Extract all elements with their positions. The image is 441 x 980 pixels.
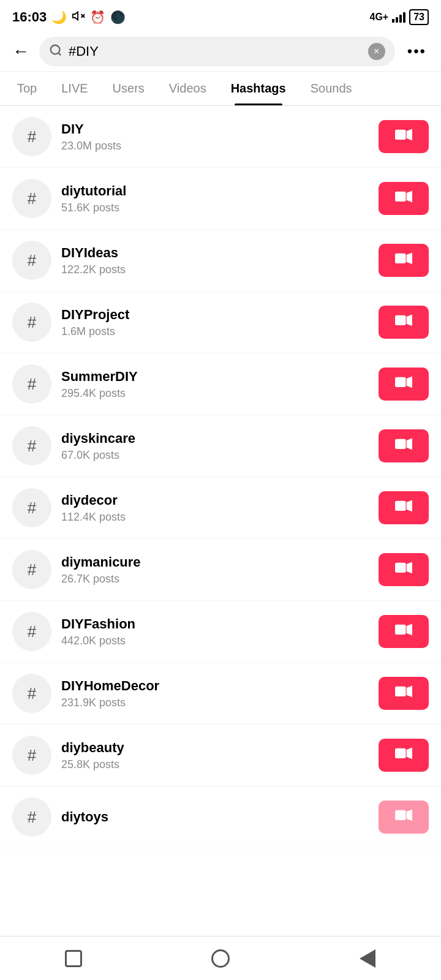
hashtag-info: DIY 23.0M posts	[61, 121, 369, 153]
svg-marker-19	[407, 562, 412, 573]
tabs-bar: Top LIVE Users Videos Hashtags Sounds	[0, 72, 441, 106]
hashtag-name: DIYProject	[61, 307, 369, 323]
status-time: 16:03 🌙 ⏰ 🌑	[12, 9, 126, 26]
svg-marker-15	[407, 438, 412, 450]
hashtag-info: diyskincare 67.0K posts	[61, 431, 369, 462]
svg-rect-18	[395, 562, 406, 572]
hashtag-avatar: #	[12, 364, 51, 404]
svg-marker-23	[407, 685, 412, 697]
search-query: #DIY	[69, 43, 362, 59]
list-item[interactable]: # diymanicure 26.7K posts	[0, 539, 441, 601]
hashtag-info: diydecor 112.4K posts	[61, 492, 369, 524]
svg-marker-25	[407, 747, 412, 759]
video-button[interactable]	[379, 182, 429, 215]
list-item[interactable]: # DIY 23.0M posts	[0, 106, 441, 168]
hashtag-info: DIYHomeDecor 231.9K posts	[61, 678, 369, 709]
bottom-nav	[0, 936, 441, 980]
video-button[interactable]	[379, 306, 429, 339]
svg-rect-22	[395, 686, 406, 696]
video-button[interactable]	[379, 244, 429, 277]
video-button[interactable]	[379, 739, 429, 772]
video-button[interactable]	[379, 553, 429, 586]
more-button[interactable]: •••	[402, 43, 431, 60]
list-item[interactable]: # DIYFashion 442.0K posts	[0, 601, 441, 663]
list-item[interactable]: # diytutorial 51.6K posts	[0, 168, 441, 230]
alarm-icon: ⏰	[90, 10, 105, 24]
video-button[interactable]	[379, 120, 429, 153]
camera-icon	[395, 437, 412, 456]
svg-marker-13	[407, 376, 412, 388]
svg-rect-16	[395, 500, 406, 510]
video-button[interactable]	[379, 615, 429, 648]
svg-rect-8	[395, 253, 406, 263]
hashtag-avatar: #	[12, 241, 51, 280]
hashtag-name: DIYIdeas	[61, 245, 369, 261]
svg-marker-5	[407, 129, 412, 140]
camera-icon	[395, 684, 412, 703]
circle-icon	[211, 949, 230, 968]
camera-icon	[395, 313, 412, 332]
search-icon	[49, 43, 62, 60]
svg-marker-17	[407, 500, 412, 511]
signal-icon	[392, 12, 405, 23]
svg-point-2	[51, 45, 60, 54]
clear-button[interactable]: ×	[368, 43, 385, 60]
hashtag-posts: 1.6M posts	[61, 325, 369, 338]
tab-users[interactable]: Users	[100, 72, 157, 105]
video-button[interactable]	[379, 801, 429, 834]
search-input-wrapper[interactable]: #DIY ×	[39, 37, 395, 66]
svg-rect-24	[395, 748, 406, 758]
video-button[interactable]	[379, 368, 429, 401]
nav-back-button[interactable]	[353, 944, 382, 973]
list-item[interactable]: # SummerDIY 295.4K posts	[0, 353, 441, 415]
tab-live[interactable]: LIVE	[49, 72, 100, 105]
camera-icon	[395, 251, 412, 270]
dark-mode-icon: 🌑	[110, 10, 126, 24]
camera-icon	[395, 499, 412, 518]
battery-level: 73	[413, 12, 424, 22]
tab-sounds[interactable]: Sounds	[298, 72, 364, 105]
svg-marker-7	[407, 190, 412, 202]
hashtag-info: diymanicure 26.7K posts	[61, 554, 369, 586]
hashtag-avatar: #	[12, 303, 51, 342]
nav-square-button[interactable]	[59, 944, 88, 973]
list-item[interactable]: # diytoys	[0, 786, 441, 848]
tab-hashtags[interactable]: Hashtags	[219, 72, 298, 105]
svg-marker-9	[407, 252, 412, 264]
hashtag-posts: 112.4K posts	[61, 511, 369, 524]
svg-rect-10	[395, 315, 406, 325]
status-bar: 16:03 🌙 ⏰ 🌑 4G+ 73	[0, 0, 441, 32]
video-button[interactable]	[379, 677, 429, 710]
svg-marker-11	[407, 314, 412, 326]
back-button[interactable]: ←	[10, 42, 32, 61]
tab-videos[interactable]: Videos	[157, 72, 219, 105]
video-button[interactable]	[379, 491, 429, 524]
triangle-icon	[360, 949, 375, 968]
hashtag-posts: 23.0M posts	[61, 140, 369, 153]
list-item[interactable]: # diydecor 112.4K posts	[0, 477, 441, 539]
video-button[interactable]	[379, 429, 429, 462]
hashtag-name: DIYFashion	[61, 616, 369, 632]
hashtag-posts: 25.8K posts	[61, 758, 369, 771]
hashtag-info: diybeauty 25.8K posts	[61, 740, 369, 771]
list-item[interactable]: # DIYHomeDecor 231.9K posts	[0, 663, 441, 725]
camera-icon	[395, 746, 412, 765]
hashtag-posts: 26.7K posts	[61, 573, 369, 586]
search-bar: ← #DIY × •••	[0, 32, 441, 72]
camera-icon	[395, 560, 412, 579]
hashtag-info: DIYIdeas 122.2K posts	[61, 245, 369, 276]
hashtag-name: diybeauty	[61, 740, 369, 756]
hashtag-avatar: #	[12, 117, 51, 156]
list-item[interactable]: # DIYProject 1.6M posts	[0, 292, 441, 353]
nav-circle-button[interactable]	[206, 944, 235, 973]
hashtag-info: DIYProject 1.6M posts	[61, 307, 369, 338]
hashtag-name: diymanicure	[61, 554, 369, 570]
hashtag-info: diytoys	[61, 809, 369, 825]
camera-icon	[395, 127, 412, 146]
list-item[interactable]: # diyskincare 67.0K posts	[0, 415, 441, 477]
hashtag-avatar: #	[12, 179, 51, 218]
tab-top[interactable]: Top	[5, 72, 49, 105]
list-item[interactable]: # DIYIdeas 122.2K posts	[0, 230, 441, 292]
svg-rect-12	[395, 377, 406, 386]
list-item[interactable]: # diybeauty 25.8K posts	[0, 725, 441, 786]
